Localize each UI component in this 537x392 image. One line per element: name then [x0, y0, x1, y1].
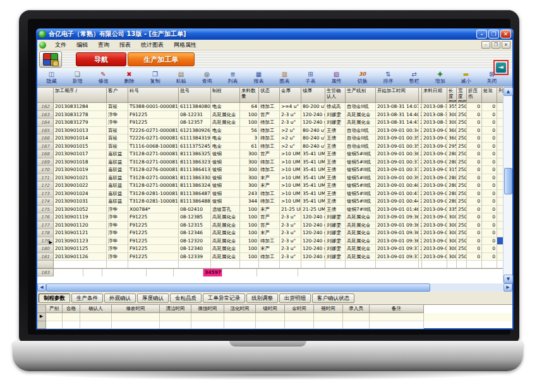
grid-cell[interactable]: 刘娜雯 — [325, 111, 346, 119]
toolbar-delete-button[interactable]: ✖删除 — [116, 68, 142, 86]
menu-item-4[interactable]: 统计图表 — [136, 40, 169, 50]
grid-cell[interactable]: 300 — [240, 150, 259, 158]
grid-cell[interactable]: 20130901123 — [54, 237, 107, 246]
production-order-tab-button[interactable]: 生产加工单 — [128, 52, 195, 66]
grid-cell[interactable]: 刘娜雯 — [325, 213, 346, 222]
grid-cell[interactable]: 35-41 UM — [301, 174, 325, 182]
grid-cell[interactable] — [497, 174, 503, 182]
grid-cell[interactable]: T3128-0281-1000811 — [128, 190, 179, 198]
grid-cell[interactable]: 0 — [467, 166, 482, 174]
grid-cell[interactable]: 3 — [240, 134, 259, 143]
grid-cell[interactable] — [497, 253, 503, 261]
column-header[interactable]: 金厚 — [280, 88, 301, 103]
grid-cell[interactable]: 20130831279 — [54, 119, 107, 127]
grid-cell[interactable]: 首产 — [259, 150, 280, 158]
grid-cell[interactable]: >10 UM — [280, 182, 301, 190]
grid-cell[interactable]: 8111386325 — [179, 150, 211, 158]
grid-cell[interactable]: 20130901017 — [54, 150, 107, 158]
grid-cell[interactable] — [497, 134, 503, 143]
detail-cell[interactable] — [63, 313, 80, 321]
grid-cell[interactable]: 百稜 — [107, 143, 128, 151]
grid-cell[interactable]: 0 — [482, 190, 497, 198]
grid-cell[interactable]: T3128-0276-0000811 — [128, 166, 179, 174]
grid-cell[interactable]: 21-25 UM — [280, 206, 301, 214]
grid-cell[interactable]: 淳华 — [107, 237, 128, 246]
grid-cell[interactable]: 2013-09-01 00:37:13 — [376, 158, 419, 167]
grid-cell[interactable]: 300 — [240, 158, 259, 167]
toolbar-edit-button[interactable]: ✎修改 — [90, 68, 116, 86]
grid-cell[interactable]: 镀铜 — [211, 174, 240, 182]
grid-cell[interactable]: 20130901015 — [54, 143, 107, 151]
grid-cell[interactable]: 王倩 — [325, 166, 346, 174]
grid-cell[interactable]: 0 — [467, 222, 482, 230]
row-number-cell[interactable]: 178 — [37, 229, 54, 237]
grid-cell[interactable]: 2013-09-01 — [422, 150, 447, 158]
grid-cell[interactable]: 0 — [482, 182, 497, 190]
grid-cell[interactable]: 280 — [447, 150, 457, 158]
column-header[interactable]: 加工顺序 ∕ — [54, 88, 107, 103]
grid-cell[interactable]: 高延展化金 — [346, 213, 376, 222]
grid-cell[interactable]: 6111384080 — [179, 103, 211, 111]
detail-column-header[interactable]: 产别 — [46, 305, 63, 313]
grid-cell[interactable]: 08-12315 — [179, 222, 211, 230]
grid-cell[interactable]: 末产 — [259, 206, 280, 214]
grid-cell[interactable]: 2013-09-01 09:37:19 — [376, 245, 419, 253]
grid-cell[interactable]: 高延展化金 — [346, 229, 376, 237]
grid-cell[interactable]: 250 — [457, 206, 467, 214]
restore-button[interactable]: ❐ — [488, 30, 499, 39]
grid-cell[interactable]: 2-3 u" — [280, 237, 301, 246]
grid-cell[interactable]: T3128-0271-0000811 — [128, 174, 179, 182]
grid-cell[interactable]: 镀铜 — [211, 198, 240, 206]
grid-cell[interactable]: 待加工 — [259, 237, 280, 246]
grid-cell[interactable]: 末产 — [259, 229, 280, 237]
grid-cell[interactable]: 250 — [457, 127, 467, 135]
grid-cell[interactable]: 王倩 — [325, 174, 346, 182]
detail-cell[interactable] — [191, 313, 224, 321]
grid-cell[interactable]: 300 — [447, 222, 457, 230]
grid-cell[interactable]: 镀铜5#II线 — [346, 166, 376, 174]
grid-cell[interactable]: 0 — [482, 158, 497, 167]
grid-cell[interactable]: 300 — [240, 166, 259, 174]
grid-cell[interactable]: 2013-09-01 — [422, 174, 447, 182]
detail-column-header[interactable]: 金时间 — [285, 305, 314, 313]
grid-cell[interactable]: 2013-09-01 00:40:08 — [376, 182, 419, 190]
grid-cell[interactable]: 待加工 — [259, 119, 280, 127]
grid-cell[interactable] — [497, 222, 503, 230]
grid-cell[interactable] — [497, 213, 503, 222]
nav-button[interactable]: 导航 — [76, 52, 126, 66]
detail-cell[interactable] — [370, 321, 424, 330]
grid-cell[interactable]: 20130901013 — [54, 127, 107, 135]
toolbar-report-button[interactable]: ▦报表 — [246, 68, 272, 86]
mdi-minimize-button[interactable]: – — [481, 41, 490, 49]
detail-cell[interactable] — [160, 313, 191, 321]
grid-cell[interactable]: 2013-09-01 00:44:45 — [376, 198, 419, 206]
table-row[interactable]: 16420130831279淳华F9122508-12357高延展化金100待加… — [37, 119, 503, 127]
row-number-cell[interactable]: 170 — [37, 166, 54, 174]
grid-cell[interactable]: 高延展化金 — [346, 253, 376, 261]
grid-cell[interactable]: 0 — [467, 119, 482, 127]
table-row[interactable]: 18020130901125淳华F9122508-12340高延展化金100末产… — [37, 245, 503, 253]
grid-cell[interactable]: 250 — [457, 198, 467, 206]
menu-item-5[interactable]: 网格属性 — [169, 40, 202, 50]
grid-cell[interactable]: 2013-09-01 — [422, 245, 447, 253]
grid-cell[interactable]: 120-240 u" — [301, 229, 325, 237]
grid-cell[interactable]: 2-3 u" — [280, 245, 301, 253]
grid-cell[interactable]: 20130901125 — [54, 245, 107, 253]
grid-cell[interactable]: 2013-09-01 — [422, 253, 447, 261]
grid-cell[interactable]: T2226-0271-0000811 — [128, 134, 179, 143]
column-header[interactable]: 状态 — [259, 88, 280, 103]
grid-cell[interactable]: 250 — [457, 150, 467, 158]
grid-cell[interactable]: 王倩 — [325, 182, 346, 190]
grid-cell[interactable]: 镀铜5#II线 — [346, 190, 376, 198]
grid-cell[interactable]: 2013-09-01 09:36:24 — [376, 222, 419, 230]
grid-body[interactable]: 16220130831284百稜TS388-0001-0000811611138… — [37, 103, 503, 268]
grid-cell[interactable]: 0 — [467, 253, 482, 261]
grid-cell[interactable]: 2-3 u" — [280, 213, 301, 222]
grid-cell[interactable]: 100 — [240, 237, 259, 246]
grid-cell[interactable]: 高延展化金 — [211, 253, 240, 261]
grid-cell[interactable]: 80-240 u" — [301, 143, 325, 151]
grid-cell[interactable]: 嘉联益 — [107, 158, 128, 167]
grid-cell[interactable]: F91225 — [128, 119, 179, 127]
toolbar-hide-button[interactable]: ◫隐藏 — [39, 68, 64, 86]
grid-cell[interactable]: 56 — [240, 127, 259, 135]
